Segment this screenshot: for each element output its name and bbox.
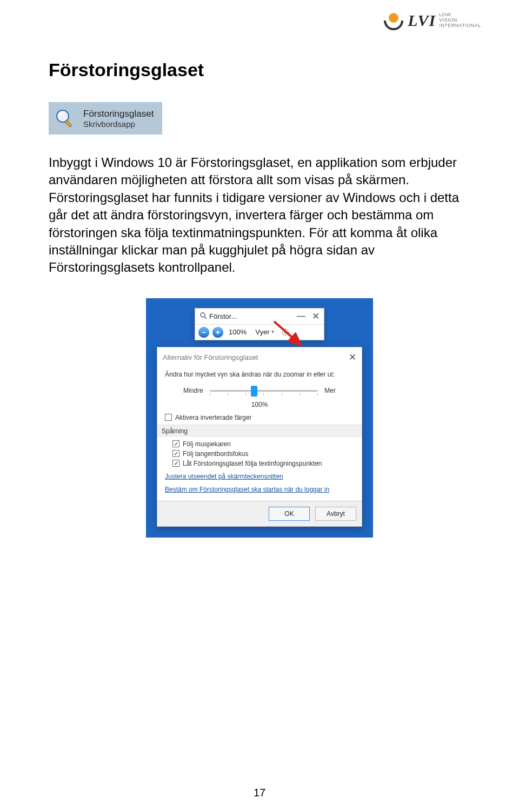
zoom-step-slider[interactable]: [210, 386, 318, 395]
invert-colors-checkbox[interactable]: [165, 414, 172, 421]
magnifier-toolbar-window: Förstor... — ✕ − + 100% Vyer ▼: [195, 308, 324, 340]
follow-keyboard-checkbox[interactable]: [172, 450, 179, 457]
slider-min-label: Mindre: [183, 387, 203, 394]
svg-line-14: [283, 334, 284, 335]
magnifier-mini-icon: [199, 312, 207, 321]
svg-line-11: [283, 330, 284, 331]
page-number: 17: [0, 787, 519, 799]
font-appearance-link[interactable]: Justera utseendet på skärmteckensnitten: [165, 473, 354, 480]
views-dropdown[interactable]: Vyer ▼: [255, 328, 275, 336]
ok-button[interactable]: OK: [269, 507, 310, 521]
svg-point-0: [389, 13, 398, 23]
screenshot-composite: Förstor... — ✕ − + 100% Vyer ▼: [146, 298, 373, 538]
slider-max-label: Mer: [324, 387, 336, 394]
logo-subtext: LOW VISION INTERNATIONAL: [439, 12, 481, 29]
gear-icon[interactable]: [281, 328, 290, 337]
brand-logo: LVI LOW VISION INTERNATIONAL: [383, 10, 481, 31]
follow-mouse-checkbox[interactable]: [172, 440, 179, 447]
options-dialog: Alternativ för Förstoringsglaset ✕ Ändra…: [157, 347, 362, 527]
page-title: Förstoringsglaset: [49, 59, 470, 80]
zoom-step-label: Ändra hur mycket vyn ska ändras när du z…: [165, 371, 354, 378]
chevron-down-icon: ▼: [271, 330, 275, 334]
svg-rect-3: [64, 120, 71, 127]
cancel-button[interactable]: Avbryt: [315, 507, 356, 521]
startup-settings-link[interactable]: Bestäm om Förstoringsglaset ska startas …: [165, 486, 354, 493]
app-tile-subtitle: Skrivbordsapp: [83, 119, 154, 129]
app-tile-title: Förstoringsglaset: [83, 109, 154, 119]
zoom-level: 100%: [229, 328, 247, 336]
zoom-in-button[interactable]: +: [212, 327, 223, 338]
svg-point-2: [58, 112, 63, 116]
svg-line-13: [287, 330, 288, 331]
svg-line-12: [287, 334, 288, 335]
logo-icon: [383, 10, 404, 31]
tracking-section-header: Spårning: [157, 425, 362, 437]
follow-keyboard-label: Följ tangentbordsfokus: [183, 450, 248, 458]
magnifier-window-title: Förstor...: [209, 312, 237, 320]
options-dialog-title: Alternativ för Förstoringsglaset: [163, 353, 258, 361]
magnifier-app-icon: [53, 106, 77, 130]
svg-line-5: [204, 317, 207, 319]
zoom-out-button[interactable]: −: [198, 327, 209, 338]
svg-point-4: [201, 313, 205, 317]
logo-text: LVI: [408, 11, 436, 30]
follow-text-checkbox[interactable]: [172, 460, 179, 467]
follow-text-label: Låt Förstoringsglaset följa textinfognin…: [183, 460, 322, 467]
app-tile[interactable]: Förstoringsglaset Skrivbordsapp: [49, 102, 162, 135]
slider-value: 100%: [165, 401, 354, 408]
close-icon[interactable]: ✕: [312, 311, 320, 322]
body-paragraph: Inbyggt i Windows 10 är Förstoringsglase…: [49, 154, 470, 277]
invert-colors-label: Aktivera inverterade färger: [175, 414, 251, 421]
svg-point-6: [284, 331, 287, 333]
minimize-icon[interactable]: —: [297, 311, 305, 321]
dialog-close-icon[interactable]: ✕: [349, 352, 356, 363]
follow-mouse-label: Följ muspekaren: [183, 440, 231, 448]
